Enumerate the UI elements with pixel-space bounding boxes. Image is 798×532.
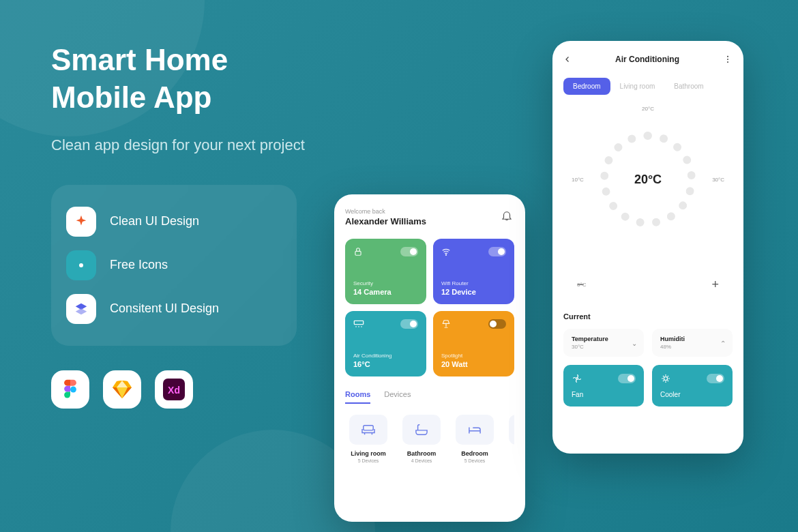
card-ac[interactable]: Air Conditioning 16°C bbox=[345, 311, 426, 376]
page-title: Air Conditioning bbox=[615, 55, 679, 64]
device-name: Fan bbox=[572, 391, 636, 398]
feature-clean-ui: Clean UI Design bbox=[66, 200, 282, 243]
toggle-fan[interactable] bbox=[618, 374, 636, 383]
room-partial[interactable]: Be bbox=[505, 415, 514, 463]
svg-point-0 bbox=[79, 263, 83, 267]
card-spotlight[interactable]: Spotlight 20 Watt bbox=[433, 311, 514, 376]
feature-consistent: Consitent UI Design bbox=[66, 287, 282, 331]
plus-button[interactable]: + bbox=[711, 278, 719, 292]
stat-temperature[interactable]: Temperature 30°C ⌄ bbox=[563, 329, 644, 357]
svg-point-8 bbox=[727, 56, 728, 57]
dial-center: 20°C bbox=[634, 173, 662, 187]
bed-icon bbox=[509, 415, 514, 445]
phone-ac: Air Conditioning Bedroom Living room Bat… bbox=[552, 41, 743, 454]
more-icon[interactable] bbox=[723, 55, 733, 64]
wifi-icon bbox=[441, 247, 451, 256]
tab-devices[interactable]: Devices bbox=[384, 390, 411, 404]
sparkle-icon bbox=[66, 207, 96, 237]
room-devices: 5 Devices bbox=[452, 458, 498, 463]
feature-label: Free Icons bbox=[110, 258, 168, 272]
room-name: Bathroom bbox=[398, 450, 445, 457]
current-label: Current bbox=[563, 312, 733, 321]
card-wifi[interactable]: Wifi Router 12 Device bbox=[433, 239, 514, 304]
svg-point-5 bbox=[445, 254, 446, 255]
bell-icon[interactable] bbox=[501, 209, 513, 222]
phone-home: Welcome back Alexander Williams Security… bbox=[334, 194, 525, 522]
card-label: Spotlight bbox=[441, 353, 506, 359]
toggle-cooler[interactable] bbox=[707, 374, 724, 383]
card-label: Wifi Router bbox=[441, 280, 506, 286]
bath-icon bbox=[402, 415, 441, 445]
toggle-spotlight[interactable] bbox=[488, 319, 506, 329]
lock-icon bbox=[353, 247, 363, 256]
cooler-icon bbox=[660, 373, 671, 384]
svg-text:Xd: Xd bbox=[168, 385, 180, 396]
card-value: 14 Camera bbox=[353, 288, 418, 296]
card-value: 16°C bbox=[353, 360, 418, 368]
promo-title: Smart Home Mobile App bbox=[51, 41, 310, 116]
svg-point-11 bbox=[576, 378, 578, 380]
chevron-up-icon: ⌃ bbox=[720, 339, 726, 346]
room-bathroom[interactable]: Bathroom 4 Devices bbox=[398, 415, 445, 463]
tab-rooms[interactable]: Rooms bbox=[345, 390, 370, 404]
dial-top: 20°C bbox=[642, 106, 654, 112]
svg-rect-6 bbox=[354, 321, 363, 324]
device-cooler[interactable]: Cooler bbox=[652, 365, 733, 407]
room-living[interactable]: Living room 5 Devices bbox=[345, 415, 391, 463]
roomtab-living[interactable]: Living room bbox=[610, 78, 665, 95]
room-devices: 4 Devices bbox=[398, 458, 445, 463]
card-label: Air Conditioning bbox=[353, 353, 418, 359]
room-name: Living room bbox=[345, 450, 391, 457]
dial-right: 30°C bbox=[712, 177, 724, 183]
card-label: Security bbox=[353, 280, 418, 286]
svg-point-1 bbox=[70, 386, 76, 392]
welcome-label: Welcome back bbox=[345, 208, 514, 215]
device-fan[interactable]: Fan bbox=[563, 365, 644, 407]
temperature-dial[interactable]: 20°C 10°C 30°C 20°C bbox=[580, 111, 716, 248]
layers-icon bbox=[66, 294, 96, 324]
xd-icon: Xd bbox=[155, 370, 193, 409]
device-name: Cooler bbox=[660, 391, 724, 398]
card-security[interactable]: Security 14 Camera bbox=[345, 239, 426, 304]
room-name: Bedroom bbox=[452, 450, 498, 457]
toggle-ac[interactable] bbox=[400, 319, 418, 329]
toggle-security[interactable] bbox=[400, 247, 418, 256]
stat-humidity[interactable]: Humiditi 48% ⌃ bbox=[652, 329, 733, 357]
toggle-wifi[interactable] bbox=[488, 247, 506, 256]
lamp-icon bbox=[441, 319, 451, 329]
chevron-down-icon: ⌄ bbox=[632, 339, 637, 346]
room-devices: 5 Devices bbox=[345, 458, 391, 463]
bed-icon bbox=[456, 415, 494, 445]
tool-icons-row: Xd bbox=[51, 370, 310, 409]
feature-label: Consitent UI Design bbox=[110, 301, 219, 316]
roomtab-bedroom[interactable]: Bedroom bbox=[563, 78, 610, 95]
stat-value: 30°C bbox=[572, 344, 636, 350]
stat-label: Temperature bbox=[572, 336, 636, 342]
roomtab-bathroom[interactable]: Bathroom bbox=[664, 78, 713, 95]
fan-icon bbox=[572, 373, 582, 384]
svg-point-10 bbox=[727, 61, 728, 63]
promo-panel: Smart Home Mobile App Clean app design f… bbox=[51, 41, 310, 409]
svg-point-12 bbox=[664, 376, 667, 380]
stat-label: Humiditi bbox=[660, 336, 724, 342]
username: Alexander Williams bbox=[345, 216, 514, 226]
svg-rect-4 bbox=[355, 251, 361, 255]
ac-icon bbox=[353, 320, 364, 328]
room-name: Be bbox=[505, 450, 514, 457]
stat-value: 48% bbox=[660, 344, 724, 350]
sofa-icon bbox=[349, 415, 387, 445]
promo-subtitle: Clean app design for your next project bbox=[51, 135, 310, 156]
card-value: 20 Watt bbox=[441, 360, 506, 368]
sketch-icon bbox=[103, 370, 141, 409]
dial-left: 10°C bbox=[572, 177, 584, 183]
dot-icon bbox=[66, 250, 96, 280]
svg-rect-7 bbox=[364, 426, 373, 430]
dial-bottom: 0°C bbox=[577, 282, 586, 288]
back-icon[interactable] bbox=[563, 55, 572, 63]
feature-label: Clean UI Design bbox=[110, 214, 199, 228]
svg-point-9 bbox=[727, 59, 728, 60]
feature-box: Clean UI Design Free Icons Consitent UI … bbox=[51, 185, 297, 346]
figma-icon bbox=[51, 370, 89, 409]
room-bedroom[interactable]: Bedroom 5 Devices bbox=[452, 415, 498, 463]
card-value: 12 Device bbox=[441, 288, 506, 296]
